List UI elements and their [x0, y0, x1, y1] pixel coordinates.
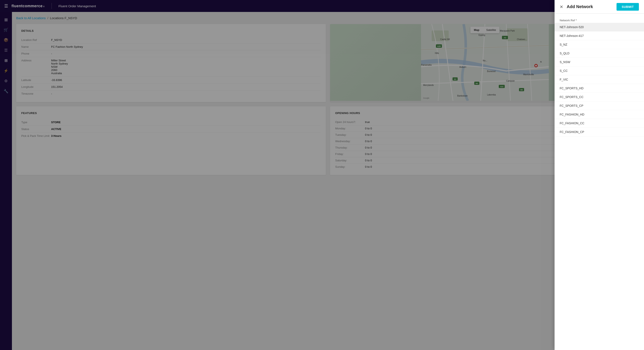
network-option[interactable]: S_CC — [554, 67, 644, 75]
network-option[interactable]: FC_SPORTS_CP — [554, 102, 644, 110]
network-option[interactable]: FC_SPORTS_HD — [554, 84, 644, 93]
close-button[interactable]: ✕ — [560, 5, 563, 9]
network-option[interactable]: F_VIC — [554, 75, 644, 84]
submit-button[interactable]: SUBMIT — [616, 3, 639, 11]
drawer-header: ✕ Add Network SUBMIT — [554, 0, 644, 14]
network-option[interactable]: FC_FASHION_CC — [554, 119, 644, 128]
network-option[interactable]: FC_SPORTS_CC — [554, 93, 644, 102]
network-ref-label: Network Ref * — [554, 17, 644, 23]
network-option[interactable]: NET-Johnson-417 — [554, 32, 644, 40]
network-option[interactable]: S_NZ — [554, 40, 644, 49]
network-option[interactable]: S_QLD — [554, 49, 644, 58]
drawer-title: Add Network — [567, 4, 616, 9]
network-option[interactable]: S_NSW — [554, 58, 644, 67]
network-option[interactable]: NET-Johnson-520 — [554, 23, 644, 32]
network-option[interactable]: FC_FASHION_CP — [554, 128, 644, 136]
drawer-body: Network Ref * NET-Johnson-520NET-Johnson… — [554, 14, 644, 350]
add-network-drawer: ✕ Add Network SUBMIT Network Ref * NET-J… — [554, 0, 644, 350]
drawer-overlay[interactable] — [0, 0, 644, 350]
network-option[interactable]: FC_FASHION_HD — [554, 110, 644, 119]
network-options-list: NET-Johnson-520NET-Johnson-417S_NZS_QLDS… — [554, 23, 644, 136]
